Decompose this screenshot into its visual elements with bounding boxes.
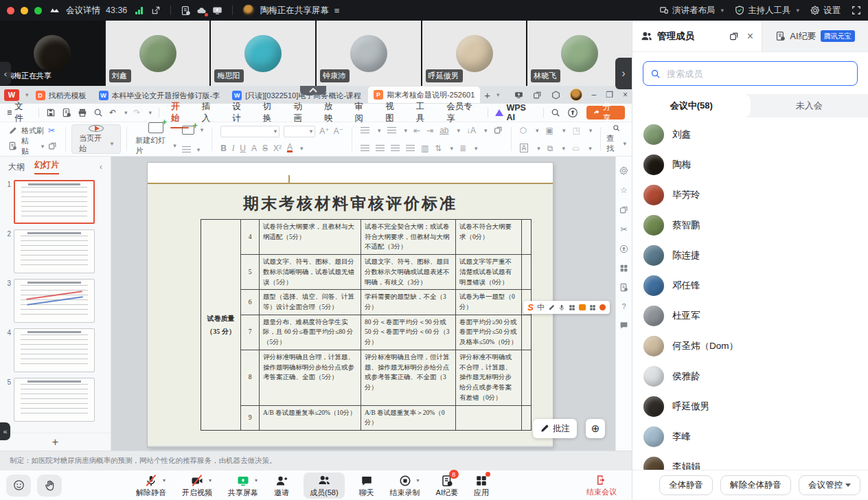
layout-switcher[interactable]: 演讲者布局▾ (659, 5, 724, 16)
wps-ai-menu[interactable]: WPS AI (495, 103, 536, 122)
insert-shape-icon[interactable]: ⬡ (520, 126, 527, 135)
start-video-button[interactable]: ▾ 开启视频 (181, 473, 214, 498)
find-button[interactable]: 查找▾ (606, 124, 626, 154)
slide[interactable]: 期末考核材料审核评价标准 试卷质量（35 分） 4 试卷符合大纲要求，且教材与大… (148, 163, 553, 447)
account-avatar[interactable] (570, 89, 582, 101)
menu-item[interactable]: 切换 (262, 98, 281, 127)
member-row[interactable]: 邓任锋 (632, 271, 868, 301)
menu-item[interactable]: 审阅 (354, 98, 373, 127)
participant-tile[interactable]: 钟康沛 (317, 21, 421, 86)
doc-status-icon[interactable] (181, 5, 191, 16)
bold-icon[interactable]: B (220, 144, 227, 153)
member-row[interactable]: 李峰 (632, 422, 868, 452)
insert-image-icon[interactable]: ▣ (546, 126, 553, 135)
char-spacing-icon[interactable]: A (251, 144, 257, 153)
menu-item[interactable]: 放映 (323, 98, 342, 127)
unmute-all-button[interactable]: 解除全体静音 (720, 475, 791, 495)
undo-icon[interactable]: ↶ (109, 108, 116, 117)
underline-icon[interactable]: U (240, 144, 246, 153)
ime-grid-icon[interactable] (589, 304, 596, 311)
workspace-icon[interactable] (551, 91, 560, 100)
slide-master-icon[interactable]: ▭ (572, 144, 580, 153)
popout-icon[interactable] (729, 32, 739, 41)
tab-manage-members[interactable]: 管理成员 × (632, 21, 762, 52)
tool-icon[interactable] (619, 166, 628, 175)
participant-tile[interactable]: 陶梅正在共享 (0, 21, 104, 86)
audio-route-icon[interactable] (212, 5, 222, 16)
redo-icon[interactable]: ↷ (134, 108, 141, 117)
mute-all-button[interactable]: 全体静音 (659, 475, 713, 495)
tab-slides[interactable]: 幻灯片 (34, 159, 59, 174)
annotate-button[interactable]: 批注 (533, 419, 577, 438)
font-size-select[interactable]: ▾ (284, 126, 315, 137)
close-icon[interactable]: × (623, 90, 628, 100)
document-tab[interactable]: D 找稻壳模板 (30, 88, 92, 103)
tab-ai-minutes[interactable]: AI纪要 腾讯元宝 (762, 21, 868, 52)
numbered-list-icon[interactable] (387, 127, 396, 134)
star-icon[interactable]: ☆ (620, 185, 628, 195)
strip-scroll-right-button[interactable]: › (615, 58, 632, 89)
font-color-icon[interactable]: A (287, 144, 293, 153)
settings-button[interactable]: 设置 (810, 5, 841, 16)
fill-color-icon[interactable]: ◳ (572, 126, 580, 135)
invite-button[interactable]: 邀请 (273, 473, 290, 498)
print-icon[interactable] (78, 108, 87, 117)
maximize-window-button[interactable] (34, 7, 42, 14)
slide-thumbnail[interactable] (14, 328, 95, 372)
member-row[interactable]: 李娟娟 (632, 452, 868, 470)
paragraph-icon[interactable]: ≣ (459, 144, 466, 153)
new-window-icon[interactable] (533, 91, 542, 100)
slide-canvas[interactable]: 期末考核材料审核评价标准 试卷质量（35 分） 4 试卷符合大纲要求，且教材与大… (111, 157, 615, 451)
upload-cloud-icon[interactable] (567, 107, 578, 118)
line-spacing-icon[interactable]: ⇅ (435, 144, 442, 153)
quickbar-dropdown-icon[interactable]: ▾ (149, 109, 152, 116)
meeting-controls-button[interactable]: 会议管控 (799, 475, 860, 495)
slide-thumbnail[interactable] (14, 378, 95, 422)
justify-icon[interactable] (406, 145, 415, 152)
decrease-font-icon[interactable]: A⁻ (334, 126, 343, 136)
tab-outline[interactable]: 大纲 (8, 161, 25, 173)
arrange-icon[interactable]: ⧉ (547, 144, 553, 153)
search-icon[interactable] (551, 108, 560, 117)
new-tab-button[interactable]: + (481, 89, 493, 101)
participant-tile[interactable]: 呼延傲男 (422, 21, 527, 86)
fullscreen-button[interactable] (852, 5, 861, 15)
text-box-icon[interactable]: A (520, 144, 529, 152)
align-right-icon[interactable] (391, 145, 400, 152)
grid-icon[interactable] (619, 264, 628, 273)
sharing-options-icon[interactable]: ≡ (334, 5, 340, 16)
end-meeting-button[interactable]: 结束会议 (586, 470, 617, 500)
help-icon[interactable]: ? (621, 302, 626, 310)
participant-tile[interactable]: 刘鑫 (106, 21, 210, 86)
file-menu[interactable]: ≡文件 (7, 101, 32, 124)
italic-icon[interactable]: I (232, 144, 234, 153)
layers-icon[interactable] (619, 205, 628, 214)
play-from-current-button[interactable]: 当页开始▾ (71, 124, 121, 154)
menu-item[interactable]: 动画 (293, 98, 311, 127)
slide-thumbnail[interactable] (14, 180, 95, 224)
zoom-button[interactable]: ⊕ (586, 419, 605, 438)
segment-in-meeting[interactable]: 会议中(58) (632, 94, 751, 117)
superscript-icon[interactable]: X² (273, 144, 282, 153)
ime-toolbox-icon[interactable] (579, 304, 586, 310)
slide-thumbnail[interactable] (14, 279, 95, 323)
member-row[interactable]: 陈连捷 (632, 240, 868, 271)
paste-icon[interactable] (8, 141, 17, 150)
close-icon[interactable]: × (747, 30, 753, 43)
search-input[interactable] (665, 68, 850, 80)
menu-item[interactable]: 工具 (415, 98, 434, 127)
outline-icon[interactable] (182, 146, 191, 153)
strip-scroll-left-button[interactable]: ‹ (0, 62, 11, 85)
ime-pen-icon[interactable] (548, 304, 555, 311)
doc-icon[interactable] (619, 283, 628, 292)
print-preview-icon[interactable] (93, 108, 103, 117)
member-row[interactable]: 蔡智鹏 (632, 210, 868, 240)
external-share-icon[interactable] (151, 5, 161, 15)
close-window-button[interactable] (7, 7, 14, 14)
input-method-toolbar[interactable]: S 中 (523, 301, 610, 314)
slide-thumbnail[interactable] (14, 229, 95, 273)
menu-item[interactable]: 会员专享 (446, 98, 481, 127)
columns-icon[interactable]: ▥ (421, 144, 429, 153)
minimize-icon[interactable]: – (592, 90, 597, 100)
chat-button[interactable]: 聊天 (358, 473, 376, 498)
